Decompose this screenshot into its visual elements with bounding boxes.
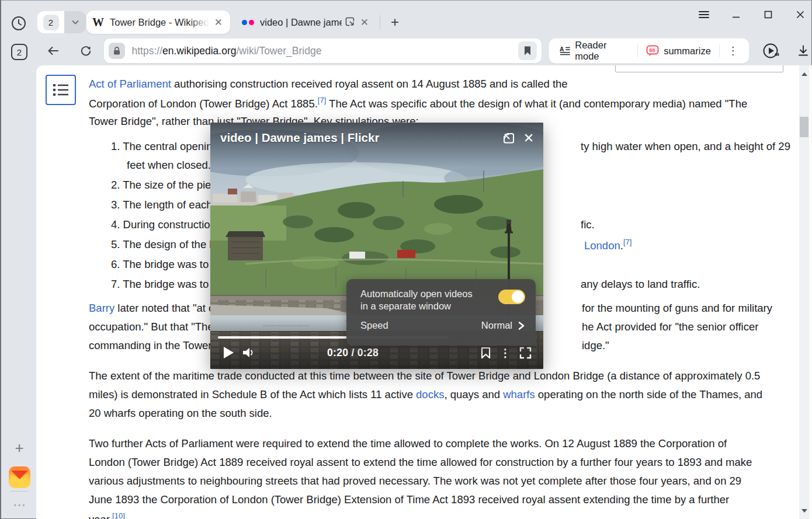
popout-return-icon[interactable] [499,131,519,146]
reload-button[interactable] [77,42,94,60]
video-close-icon[interactable]: ✕ [519,131,539,146]
speed-row[interactable]: Speed Normal [360,320,525,331]
svg-text:A: A [560,46,564,53]
tab-group-count[interactable]: 2 [37,11,64,33]
summarize-icon: 66 [646,45,659,57]
text-segment: fic. [581,218,595,231]
listen-play-button[interactable] [762,42,780,60]
reader-mode-icon: A [560,46,571,56]
article-line: ty high water when open, and a height of… [581,140,790,153]
text-segment: ty high water when open, and a height of… [581,140,790,152]
article-line: any delays to land traffic. [581,278,700,291]
new-tab-button[interactable]: + [386,13,404,32]
pip-video-overlay[interactable]: video | Dawne james | Flickr ✕ 0:20 / 0:… [210,123,543,369]
citation-link[interactable]: [10] [112,511,125,519]
address-bar[interactable]: https://en.wikipedia.org/wiki/Tower_Brid… [104,39,542,63]
reader-mode-button[interactable]: A Reader mode [551,39,638,63]
video-title: video | Dawne james | Flickr [220,131,499,145]
auto-open-row: Automatically open videos in a separate … [360,288,525,312]
volume-icon[interactable] [238,344,258,361]
page-tools-pill: A Reader mode 66 summarize ⋮ [549,38,749,64]
text-segment: June 1893 the Corporation of London (Tow… [89,493,729,506]
tab-close-icon[interactable]: ✕ [359,16,370,29]
article-line: London (Tower Bridge) Act 1889 received … [89,456,752,469]
pill-kebab-menu[interactable]: ⋮ [720,44,747,57]
article-line: June 1893 the Corporation of London (Tow… [89,493,729,506]
picture-in-picture-icon[interactable] [344,16,355,29]
speed-label: Speed [360,320,481,331]
wikipedia-favicon: W [92,16,104,29]
article-line: idge." [582,339,609,352]
wiki-link[interactable]: docks [416,388,444,400]
text-segment: year. [89,513,112,519]
video-bookmark-icon[interactable] [476,344,495,361]
toc-floating-button[interactable] [46,75,76,105]
sidebar-add-button[interactable]: + [12,441,26,455]
list-icon [53,83,69,97]
text-segment: Two further Acts of Parliament were requ… [89,437,727,450]
article-line: Corporation of London (Tower Bridge) Act… [89,96,747,110]
navigation-toolbar: https://en.wikipedia.org/wiki/Tower_Brid… [36,36,812,65]
sidebar-more-button[interactable]: ⋯ [9,497,30,513]
text-segment: operating on the north side of the Thame… [535,388,762,400]
tab-close-icon[interactable]: ✕ [213,16,224,29]
text-segment: any delays to land traffic. [581,278,700,290]
scroll-down-arrow[interactable] [799,506,809,515]
page-scrollbar[interactable] [799,65,809,519]
window-right-edge [809,65,812,519]
wiki-link[interactable]: Act of Parliament [89,78,171,90]
window-controls [696,6,808,23]
video-settings-menu: Automatically open videos in a separate … [346,279,536,346]
tab-strip: 2 W Tower Bridge - Wikipedi ✕ video | Da… [36,0,812,36]
article-line: various adjustments to neighbouring stre… [89,475,741,487]
wiki-link[interactable]: London [584,239,620,252]
flickr-favicon [242,20,254,25]
tab-title: video | Dawne james [260,17,342,28]
menu-hamburger-icon[interactable] [696,6,712,23]
url-text: https://en.wikipedia.org/wiki/Tower_Brid… [132,45,518,57]
ssl-lock-icon[interactable] [109,43,125,59]
downloads-button[interactable] [795,42,812,60]
tab-flickr-video[interactable]: video | Dawne james ✕ [236,11,376,34]
article-line: feet when closed. [127,159,211,172]
text-segment: miles) is demonstrated in Schedule B of … [89,388,416,400]
maximize-button[interactable] [760,6,776,23]
play-icon[interactable] [218,344,238,361]
tab-tower-bridge[interactable]: W Tower Bridge - Wikipedi ✕ [86,11,230,34]
chevron-down-icon [71,18,80,27]
video-kebab-menu[interactable]: ⋮ [495,344,515,361]
auto-open-toggle[interactable] [498,290,525,304]
wiki-link[interactable]: Barry [89,302,114,314]
left-sidebar: 2 + ⋯ [1,0,36,519]
article-line: fic. [581,218,595,231]
sidebar-divider [10,491,29,492]
article-line: year.[10] [89,512,125,519]
scroll-up-arrow[interactable] [799,69,809,79]
text-segment: , quays and [444,388,503,400]
back-button[interactable] [44,42,61,60]
scrollbar-thumb[interactable] [800,117,808,137]
speed-value: Normal [481,320,512,331]
close-window-button[interactable] [792,6,808,23]
wikipedia-search-box-partial[interactable] [615,65,783,72]
article-line: Act of Parliament authorising constructi… [89,78,568,90]
history-clock-icon[interactable] [11,16,26,31]
article-line: he Act provided for "the senior officer [582,321,758,333]
bookmark-button[interactable] [518,41,537,60]
minimize-button[interactable] [728,6,744,23]
tab-group-chevron-button[interactable] [64,11,86,33]
text-segment: idge." [582,339,609,351]
tab-group-count-label: 2 [43,15,59,30]
tab-title: Tower Bridge - Wikipedi [110,17,209,28]
tabstrip-divider [380,15,380,29]
yandex-mail-icon[interactable] [9,466,30,488]
fullscreen-icon[interactable] [515,344,535,361]
summarize-button[interactable]: 66 summarize [638,39,719,63]
citation-link[interactable]: [7] [623,238,631,246]
tab-count-badge[interactable]: 2 [11,44,27,60]
video-title-bar[interactable]: video | Dawne james | Flickr ✕ [210,123,543,168]
summarize-label: summarize [664,46,711,57]
citation-link[interactable]: [7] [318,96,326,105]
browser-window: 2 + ⋯ 2 W Tower Bridge - Wikipedi ✕ vide… [0,0,812,519]
wiki-link[interactable]: wharfs [503,388,535,400]
